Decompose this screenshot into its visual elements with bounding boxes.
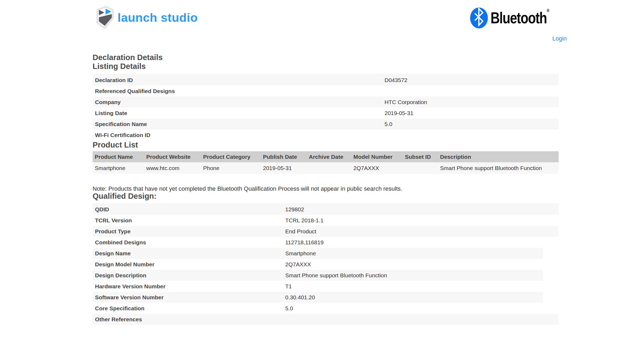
page-title: Declaration Details <box>93 53 559 62</box>
launch-studio-icon <box>94 6 114 29</box>
row-label: TCRL Version <box>93 215 283 226</box>
table-row: Design Model Number 2Q7AXXX <box>93 259 543 270</box>
table-row: Declaration ID D043572 <box>93 75 559 86</box>
table-row: Wi-Fi Certification ID <box>93 130 559 141</box>
row-label: Listing Date <box>93 108 382 119</box>
table-row: Hardware Version Number T1 <box>93 281 543 292</box>
row-value: 112718,116819 <box>283 237 559 248</box>
column-header: Subset ID <box>403 151 438 162</box>
row-value: 2019-05-31 <box>382 108 559 119</box>
row-label: Combined Designs <box>93 237 283 248</box>
listing-details-heading: Listing Details <box>93 62 559 71</box>
row-value: Smart Phone support Bluetooth Function <box>283 270 543 281</box>
launch-studio-wordmark: launch studio <box>118 12 198 24</box>
row-value <box>283 314 559 325</box>
launch-studio-logo: launch studio <box>94 6 198 29</box>
product-category-cell: Phone <box>201 162 261 174</box>
row-label: Referenced Qualified Designs <box>93 86 382 97</box>
row-value <box>382 86 559 97</box>
qualified-design-heading: Qualified Design: <box>93 192 559 201</box>
table-row: TCRL Version TCRL 2018-1.1 <box>93 215 559 226</box>
row-label: Product Type <box>93 226 283 237</box>
row-label: Core Specification <box>93 303 283 314</box>
table-row: Specification Name 5.0 <box>93 119 559 130</box>
bluetooth-logo: Bluetooth® <box>470 8 564 28</box>
column-header: Model Number <box>351 151 403 162</box>
table-row: Other References <box>93 314 559 325</box>
row-value: End Product <box>283 226 559 237</box>
product-table-header-row: Product Name Product Website Product Cat… <box>93 151 559 162</box>
listing-details-table: Declaration ID D043572 Referenced Qualif… <box>93 74 559 141</box>
row-value: TCRL 2018-1.1 <box>283 215 559 226</box>
subset-id-cell <box>403 162 438 174</box>
table-row: QDID 129802 <box>93 204 559 215</box>
table-row: Software Version Number 0.30.401.20 <box>93 292 543 303</box>
login-link[interactable]: Login <box>552 35 567 42</box>
description-cell: Smart Phone support Bluetooth Function <box>438 162 559 174</box>
row-value: T1 <box>283 281 543 292</box>
bluetooth-rune-icon <box>470 8 488 28</box>
table-row: Company HTC Corporation <box>93 97 559 108</box>
row-label: Design Model Number <box>93 259 283 270</box>
row-label: Company <box>93 97 382 108</box>
top-bar: launch studio Bluetooth® Login <box>0 0 644 44</box>
row-label: Specification Name <box>93 119 382 130</box>
archive-date-cell <box>307 162 351 174</box>
product-name-cell: Smartphone <box>93 162 144 174</box>
row-label: Software Version Number <box>93 292 283 303</box>
column-header: Product Category <box>201 151 261 162</box>
bluetooth-wordmark: Bluetooth® <box>491 8 549 28</box>
row-value: 129802 <box>283 204 559 215</box>
column-header: Description <box>438 151 559 162</box>
table-row: Referenced Qualified Designs <box>93 86 559 97</box>
product-website-cell: www.htc.com <box>144 162 201 174</box>
row-label: QDID <box>93 204 283 215</box>
column-header: Publish Date <box>261 151 307 162</box>
row-label: Other References <box>93 314 283 325</box>
model-number-cell: 2Q7AXXX <box>351 162 403 174</box>
product-list-heading: Product List <box>93 141 559 149</box>
table-row: Design Name Smartphone <box>93 248 543 259</box>
product-list-table: Product Name Product Website Product Cat… <box>93 151 559 174</box>
table-row: Product Type End Product <box>93 226 559 237</box>
registered-trademark-symbol: ® <box>547 8 549 13</box>
row-value: D043572 <box>382 75 559 86</box>
row-value: HTC Corporation <box>382 97 559 108</box>
row-value <box>382 130 559 141</box>
table-row: Core Specification 5.0 <box>93 303 543 314</box>
row-value: 2Q7AXXX <box>283 259 543 270</box>
product-table-row: Smartphone www.htc.com Phone 2019-05-31 … <box>93 162 559 174</box>
row-label: Wi-Fi Certification ID <box>93 130 382 141</box>
row-label: Hardware Version Number <box>93 281 283 292</box>
row-value: 5.0 <box>382 119 559 130</box>
row-value: 5.0 <box>283 303 543 314</box>
row-label: Declaration ID <box>93 75 382 86</box>
main-content: Declaration Details Listing Details Decl… <box>93 53 559 325</box>
column-header: Archive Date <box>307 151 351 162</box>
row-label: Design Description <box>93 270 283 281</box>
row-value: 0.30.401.20 <box>283 292 543 303</box>
table-row: Design Description Smart Phone support B… <box>93 270 543 281</box>
table-row: Combined Designs 112718,116819 <box>93 237 559 248</box>
publish-date-cell: 2019-05-31 <box>261 162 307 174</box>
row-value: Smartphone <box>283 248 543 259</box>
row-label: Design Name <box>93 248 283 259</box>
table-row: Listing Date 2019-05-31 <box>93 108 559 119</box>
qualification-note: Note: Products that have not yet complet… <box>93 186 559 192</box>
column-header: Product Website <box>144 151 201 162</box>
column-header: Product Name <box>93 151 144 162</box>
qualified-design-table: QDID 129802 TCRL Version TCRL 2018-1.1 P… <box>93 204 559 325</box>
